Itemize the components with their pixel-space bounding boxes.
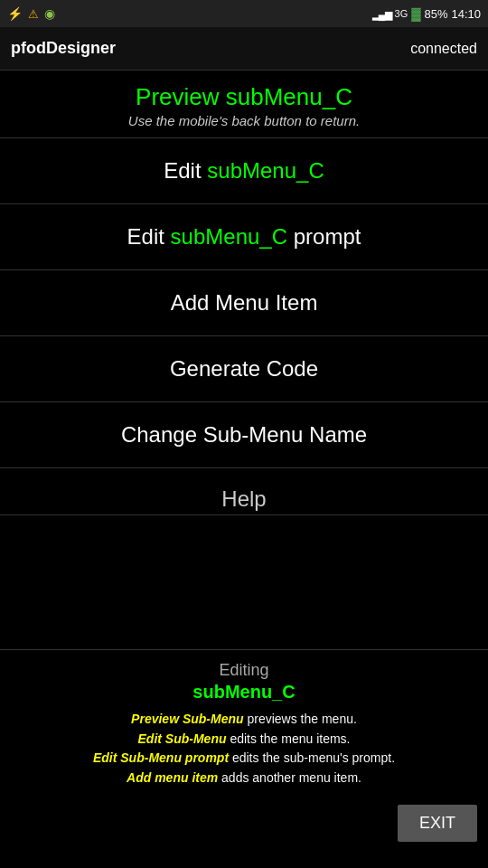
edit-prompt-suffix: prompt (287, 224, 361, 249)
change-submenu-name-label: Change Sub-Menu Name (121, 422, 367, 447)
edit-submenu-name: subMenu_C (207, 158, 324, 183)
exit-btn-row: EXIT (0, 797, 488, 847)
preview-menu-name: subMenu_C (226, 83, 352, 110)
info-preview-sub-menu: Preview Sub-Menu (131, 712, 243, 726)
edit-prompt-name: subMenu_C (171, 224, 287, 249)
edit-prompt-prefix: Edit (127, 224, 171, 249)
clock: 14:10 (451, 7, 481, 21)
battery-icon (411, 6, 420, 21)
add-menu-item-button[interactable]: Add Menu Item (0, 270, 488, 336)
info-add-rest: adds another menu item. (218, 770, 361, 785)
edit-submenu-prompt-button[interactable]: Edit subMenu_C prompt (0, 204, 488, 270)
android-icon (44, 6, 55, 21)
info-text: Preview Sub-Menu previews the menu. Edit… (14, 710, 474, 788)
status-right: 3G 85% 14:10 (372, 6, 481, 21)
info-edit-sub-menu: Edit Sub-Menu (138, 731, 227, 746)
edit-submenu-prefix: Edit (164, 158, 207, 183)
editing-name: subMenu_C (14, 682, 474, 703)
help-label: Help (221, 486, 266, 511)
usb-icon (7, 6, 23, 21)
exit-button[interactable]: EXIT (398, 805, 477, 842)
preview-title-prefix: Preview (136, 83, 226, 110)
preview-header: Preview subMenu_C Use the mobile's back … (0, 71, 488, 138)
generate-code-button[interactable]: Generate Code (0, 336, 488, 402)
help-button[interactable]: Help (0, 468, 488, 515)
change-submenu-name-button[interactable]: Change Sub-Menu Name (0, 402, 488, 468)
app-bar: pfodDesigner connected (0, 27, 488, 71)
main-area: Preview subMenu_C Use the mobile's back … (0, 71, 488, 649)
generate-code-label: Generate Code (170, 356, 318, 381)
preview-title: Preview subMenu_C (9, 83, 479, 111)
app-title: pfodDesigner (11, 39, 116, 58)
info-edit-prompt-rest: edits the sub-menu's prompt. (229, 750, 395, 765)
signal-icon (372, 7, 391, 21)
status-bar: 3G 85% 14:10 (0, 0, 488, 27)
battery-percent: 85% (424, 7, 447, 21)
info-edit-prompt: Edit Sub-Menu prompt (93, 750, 229, 765)
connection-status: connected (410, 41, 477, 57)
info-add-menu-item: Add menu item (127, 770, 218, 785)
preview-subtitle: Use the mobile's back button to return. (9, 113, 479, 128)
editing-label: Editing (14, 661, 474, 680)
warning-icon (28, 7, 39, 21)
info-edit-rest: edits the menu items. (227, 731, 351, 746)
info-panel: Editing subMenu_C Preview Sub-Menu previ… (0, 649, 488, 797)
info-preview-rest: previews the menu. (244, 712, 357, 726)
add-menu-item-label: Add Menu Item (171, 290, 318, 315)
edit-submenu-button[interactable]: Edit subMenu_C (0, 138, 488, 204)
status-left (7, 6, 55, 21)
network-type: 3G (395, 8, 408, 19)
